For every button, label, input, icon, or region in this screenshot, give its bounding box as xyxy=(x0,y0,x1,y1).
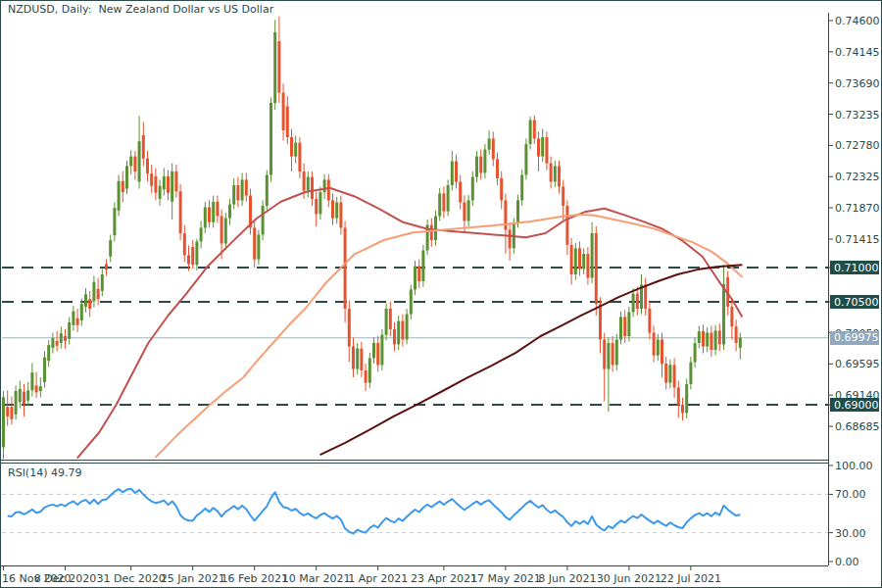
ma-fast-red-line xyxy=(77,188,743,459)
main-plot-area[interactable] xyxy=(2,17,828,460)
time-axis-label: 8 Dec 2020 xyxy=(34,572,96,585)
price-axis-label: 0.72325 xyxy=(835,171,880,183)
level-price-box-label: 0.70500 xyxy=(834,296,879,309)
time-axis-label: 1 Apr 2021 xyxy=(348,572,408,585)
price-axis-label: 0.73235 xyxy=(835,109,880,122)
price-axis[interactable]: 0.746000.741450.736900.732350.727800.723… xyxy=(828,15,880,568)
price-axis-label: 0.71870 xyxy=(835,202,880,215)
chart-title: NZDUSD, Daily: New Zealand Dollar vs US … xyxy=(8,3,273,16)
mt4-chart-window: 0.746000.741450.736900.732350.727800.723… xyxy=(0,0,882,588)
price-axis-label: 0.74600 xyxy=(835,15,880,27)
time-axis-label: 30 Jun 2021 xyxy=(597,572,662,585)
rsi-axis-label: 0.00 xyxy=(835,556,859,568)
time-axis-label: 10 Mar 2021 xyxy=(282,572,351,585)
chart-canvas[interactable]: 0.746000.741450.736900.732350.727800.723… xyxy=(0,0,882,588)
rsi-axis-label: 30.00 xyxy=(835,527,866,540)
time-axis-label: 17 May 2021 xyxy=(470,572,541,585)
level-price-box-label: 0.69000 xyxy=(834,399,879,412)
rsi-indicator-label: RSI(14) 49.79 xyxy=(8,466,81,479)
time-axis-label: 25 Jan 2021 xyxy=(161,572,225,585)
time-axis-label: 31 Dec 2020 xyxy=(97,572,166,585)
price-axis-label: 0.74145 xyxy=(835,46,880,59)
current-price-tag: 0.69975 xyxy=(830,331,879,345)
window-border xyxy=(1,1,882,588)
rsi-line xyxy=(8,489,741,534)
price-axis-label: 0.72780 xyxy=(835,139,880,152)
rsi-panel[interactable] xyxy=(2,489,828,534)
candlesticks xyxy=(2,17,742,460)
level-price-box-label: 0.71000 xyxy=(834,262,879,274)
price-axis-label: 0.69595 xyxy=(835,358,880,370)
price-axis-label: 0.73690 xyxy=(835,77,880,90)
price-axis-label: 0.68685 xyxy=(835,420,880,433)
time-axis-label: 16 Feb 2021 xyxy=(220,572,287,585)
time-axis-label: 22 Jul 2021 xyxy=(661,572,721,585)
time-axis[interactable]: 16 Nov 20208 Dec 202031 Dec 202025 Jan 2… xyxy=(2,565,721,585)
rsi-axis-label: 70.00 xyxy=(835,488,866,501)
rsi-axis-label: 100.00 xyxy=(835,460,873,472)
time-axis-label: 23 Apr 2021 xyxy=(411,572,477,585)
time-axis-label: 8 Jun 2021 xyxy=(538,572,596,585)
price-axis-label: 0.71415 xyxy=(835,233,880,246)
